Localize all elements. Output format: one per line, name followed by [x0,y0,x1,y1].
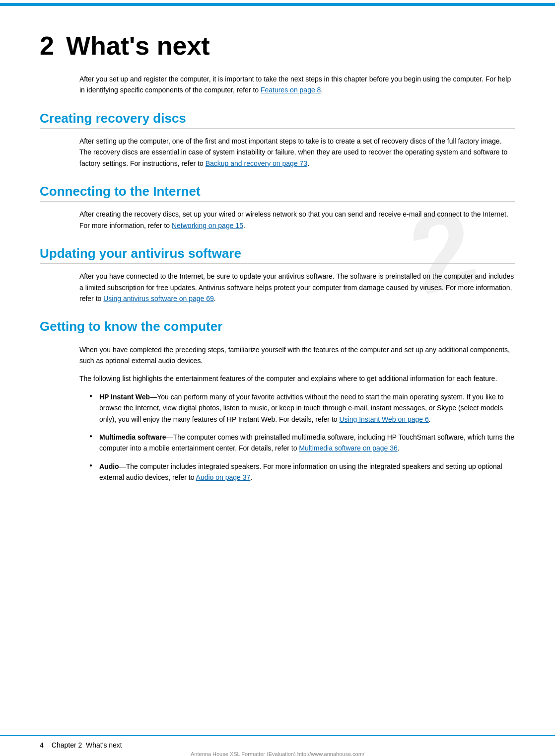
recovery-text-after: . [307,159,309,167]
internet-text-after: . [243,222,245,229]
bullet-bold-3: Audio [99,462,119,470]
getting-to-know-paragraph-2: The following list highlights the entert… [79,373,515,384]
backup-recovery-link[interactable]: Backup and recovery on page 73 [206,159,307,167]
chapter-number: 2 [40,33,54,59]
getting-to-know-paragraph-1: When you have completed the preceding st… [79,344,515,367]
instant-web-link[interactable]: Using Instant Web on page 6 [340,415,429,423]
multimedia-link[interactable]: Multimedia software on page 36 [299,444,397,452]
footer-chapter-title: What's next [86,741,122,749]
intro-text-after: . [321,86,323,94]
list-item: HP Instant Web—You can perform many of y… [89,391,515,425]
bullet-text-before-3: The computer includes integrated speaker… [99,462,502,481]
footer-chapter-label: Chapter 2 What's next [52,741,122,749]
section-heading-recovery: Creating recovery discs [40,111,515,129]
bullet-text-after-2: . [398,444,400,452]
list-item: Audio—The computer includes integrated s… [89,461,515,483]
bullet-separator-2: — [166,433,173,441]
antivirus-paragraph: After you have connected to the Internet… [79,271,515,304]
internet-paragraph: After creating the recovery discs, set u… [79,209,515,231]
bullet-text-after-1: . [429,415,431,423]
section-heading-getting-to-know: Getting to know the computer [40,319,515,337]
features-list: HP Instant Web—You can perform many of y… [89,391,515,483]
bullet-separator-1: — [150,393,157,401]
bullet-text-after-3: . [250,473,252,481]
recovery-paragraph: After setting up the computer, one of th… [79,136,515,169]
audio-link[interactable]: Audio on page 37 [196,473,251,481]
antivirus-text-after: . [214,295,216,302]
bullet-bold-2: Multimedia software [99,433,166,441]
content-area: 2 What's next After you set up and regis… [0,3,555,520]
section-heading-internet: Connecting to the Internet [40,184,515,202]
list-item: Multimedia software—The computer comes w… [89,432,515,454]
footer: 4 Chapter 2 What's next [0,735,555,749]
footer-page-number: 4 [40,741,44,749]
internet-text-before: After creating the recovery discs, set u… [79,210,508,229]
chapter-heading: 2 What's next [40,33,515,59]
antivirus-link[interactable]: Using antivirus software on page 69 [103,295,214,302]
intro-paragraph: After you set up and register the comput… [79,74,515,96]
antenna-house-footer: Antenna House XSL Formatter (Evaluation)… [0,751,555,756]
chapter-title: What's next [66,33,210,59]
bullet-separator-3: — [119,462,126,470]
footer-chapter-word: Chapter 2 [52,741,82,749]
bullet-text-before-1: You can perform many of your favorite ac… [99,393,503,423]
features-link[interactable]: Features on page 8 [261,86,321,94]
networking-link[interactable]: Networking on page 15 [172,222,243,229]
page: 2 2 What's next After you set up and reg… [0,3,555,756]
bullet-bold-1: HP Instant Web [99,393,150,401]
section-heading-antivirus: Updating your antivirus software [40,246,515,264]
